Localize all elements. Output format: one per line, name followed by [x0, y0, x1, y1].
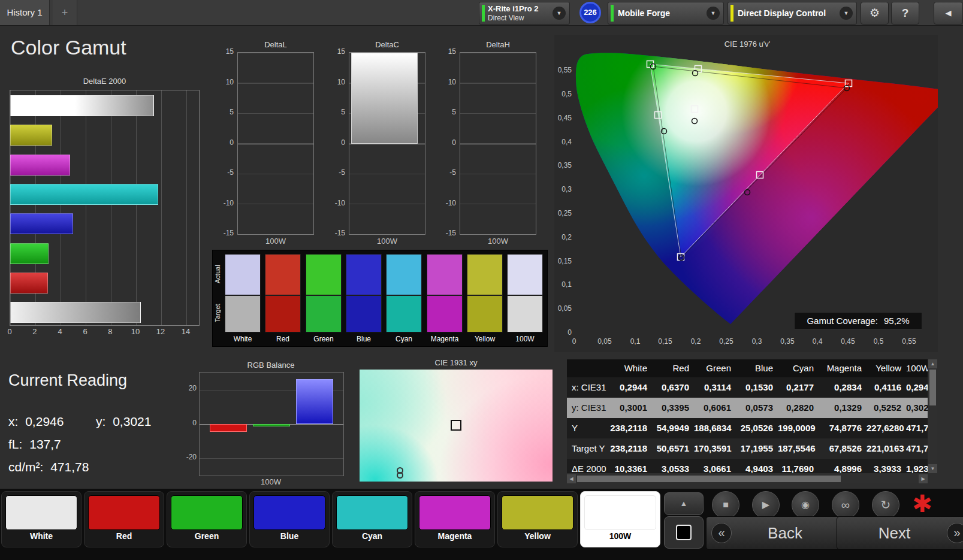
- svg-text:0,4: 0,4: [562, 138, 572, 146]
- plus-icon: +: [62, 7, 68, 19]
- back-label: Back: [732, 524, 838, 543]
- meter-dropdown[interactable]: X-Rite i1Pro 2 Direct View ▼: [479, 2, 570, 25]
- swatch-column-red: Red: [265, 250, 301, 346]
- deltah-title: DeltaH: [460, 40, 536, 49]
- error-indicator-button[interactable]: ✱: [907, 489, 937, 519]
- y-tick: 10: [325, 78, 345, 86]
- gridline: [200, 458, 343, 459]
- meter-name: X-Rite i1Pro 2: [488, 4, 539, 13]
- patch-label: Yellow: [498, 531, 577, 541]
- rgb-balance-x-label: 100W: [199, 477, 343, 486]
- table-row[interactable]: x: CIE31 0,2944 0,6370 0,3114 0,1530 0,2…: [567, 377, 928, 398]
- chevron-down-icon[interactable]: ▼: [707, 7, 720, 20]
- table-vertical-scrollbar[interactable]: ▲ ▼: [928, 359, 937, 473]
- deltah-plot-area: [460, 52, 536, 235]
- tab-history-1[interactable]: History 1: [0, 0, 50, 25]
- next-button[interactable]: Next »: [837, 516, 963, 550]
- deltae-bar-magenta: [10, 155, 70, 175]
- scroll-up-icon[interactable]: ▲: [928, 359, 937, 368]
- deltal-chart: DeltaL 15 10 5 0 -5 -10 -15 100W: [213, 37, 316, 248]
- table-row[interactable]: Y 238,2118 54,9949 188,6834 25,0526 199,…: [567, 418, 928, 438]
- zero-line: [460, 144, 536, 144]
- swatch-actual: [265, 254, 301, 295]
- target-row-label: Target: [214, 296, 224, 331]
- add-tab-button[interactable]: +: [53, 0, 77, 25]
- reading-x-value: 0,2946: [25, 414, 64, 428]
- scroll-right-icon[interactable]: ▶: [919, 474, 928, 483]
- stop-button[interactable]: ■: [712, 491, 739, 519]
- swatch-actual: [386, 254, 422, 295]
- actual-row-label: Actual: [214, 255, 224, 293]
- display-control-dropdown[interactable]: Direct Display Control ▼: [727, 2, 857, 25]
- table-row[interactable]: ΔE 2000 10,3361 3,0533 3,0661 4,9403 11,…: [567, 459, 928, 473]
- patch-button-green[interactable]: Green: [167, 491, 247, 547]
- infinity-icon: ∞: [841, 498, 850, 511]
- table-row[interactable]: Target Y 238,2118 50,6571 170,3591 17,19…: [567, 438, 928, 459]
- deltal-x-label: 100W: [237, 237, 314, 246]
- patch-button-yellow[interactable]: Yellow: [497, 491, 578, 547]
- scroll-left-icon[interactable]: ◀: [567, 474, 576, 483]
- scroll-down-icon[interactable]: ▼: [928, 464, 937, 473]
- measurement-table-panel: White Red Green Blue Cyan Magenta Yellow…: [562, 359, 937, 488]
- patch-label: Red: [84, 531, 164, 541]
- deltac-plot-area: [349, 52, 425, 235]
- back-button[interactable]: « Back: [706, 516, 844, 550]
- refresh-button[interactable]: ↻: [872, 491, 899, 519]
- swatch-column-magenta: Magenta: [427, 250, 463, 346]
- measurement-count-badge[interactable]: 226: [579, 2, 601, 23]
- collapse-tray-button[interactable]: ▲: [664, 492, 704, 515]
- x-tick: 4: [53, 327, 67, 336]
- settings-button[interactable]: ⚙: [861, 2, 889, 25]
- deltal-plot-area: [237, 52, 314, 235]
- swatch-label: White: [222, 335, 264, 343]
- patch-button-blue[interactable]: Blue: [249, 491, 330, 547]
- collapse-panel-button[interactable]: ◀: [934, 2, 963, 25]
- scroll-thumb[interactable]: [577, 476, 841, 482]
- swatch-actual: [427, 254, 463, 295]
- pattern-window-button[interactable]: [664, 516, 704, 549]
- patch-color: [88, 495, 160, 530]
- deltac-title: DeltaC: [349, 40, 425, 49]
- patch-label: Green: [167, 531, 246, 541]
- reading-fl-label: fL:: [8, 437, 22, 451]
- deltah-chart: DeltaH 15 10 5 0 -5 -10 -15 100W: [436, 37, 539, 248]
- workflow-status-indicator: [611, 5, 614, 22]
- next-label: Next: [842, 524, 947, 543]
- measure-once-button[interactable]: ◉: [792, 491, 819, 519]
- y-tick: 15: [436, 47, 456, 56]
- patch-button-cyan[interactable]: Cyan: [332, 491, 412, 547]
- patch-button-red[interactable]: Red: [84, 491, 164, 547]
- chevron-down-icon[interactable]: ▼: [840, 7, 853, 20]
- gamut-coverage-label: Gamut Coverage:: [807, 316, 877, 326]
- display-control-name: Direct Display Control: [738, 2, 826, 24]
- workflow-dropdown[interactable]: Mobile Forge ▼: [608, 2, 724, 25]
- badge-value: 226: [584, 8, 597, 17]
- calibration-app-window: History 1 + X-Rite i1Pro 2 Direct View ▼…: [0, 0, 963, 560]
- table-header-row: White Red Green Blue Cyan Magenta Yellow…: [567, 359, 928, 377]
- y-tick: 10: [436, 78, 456, 86]
- table-row-selected[interactable]: y: CIE31 0,3001 0,3395 0,6061 0,0573 0,2…: [567, 398, 928, 418]
- y-tick: -5: [436, 168, 456, 177]
- svg-text:0,2: 0,2: [691, 337, 701, 346]
- patch-button-magenta[interactable]: Magenta: [415, 491, 495, 547]
- deltae-bar-100w: [10, 302, 141, 323]
- continuous-measure-button[interactable]: ∞: [832, 491, 859, 519]
- stop-icon: ■: [723, 500, 729, 510]
- reading-fl-value: 137,7: [29, 437, 61, 451]
- svg-text:0,25: 0,25: [558, 209, 572, 217]
- table-horizontal-scrollbar[interactable]: ◀ ▶: [567, 474, 928, 483]
- svg-text:0,5: 0,5: [562, 90, 572, 98]
- scroll-thumb[interactable]: [929, 370, 936, 405]
- swatch-target: [306, 295, 342, 332]
- help-button[interactable]: ?: [891, 2, 919, 25]
- svg-text:0,3: 0,3: [752, 337, 762, 346]
- tab-history-label: History 1: [7, 7, 42, 17]
- patch-button-100w[interactable]: 100W: [580, 491, 660, 547]
- deltac-x-label: 100W: [349, 237, 425, 246]
- y-tick: -15: [325, 229, 345, 237]
- svg-text:0,1: 0,1: [562, 280, 572, 289]
- svg-text:0,25: 0,25: [719, 337, 733, 346]
- play-button[interactable]: ▶: [752, 491, 780, 519]
- patch-button-white[interactable]: White: [1, 491, 81, 547]
- chevron-down-icon[interactable]: ▼: [553, 7, 566, 20]
